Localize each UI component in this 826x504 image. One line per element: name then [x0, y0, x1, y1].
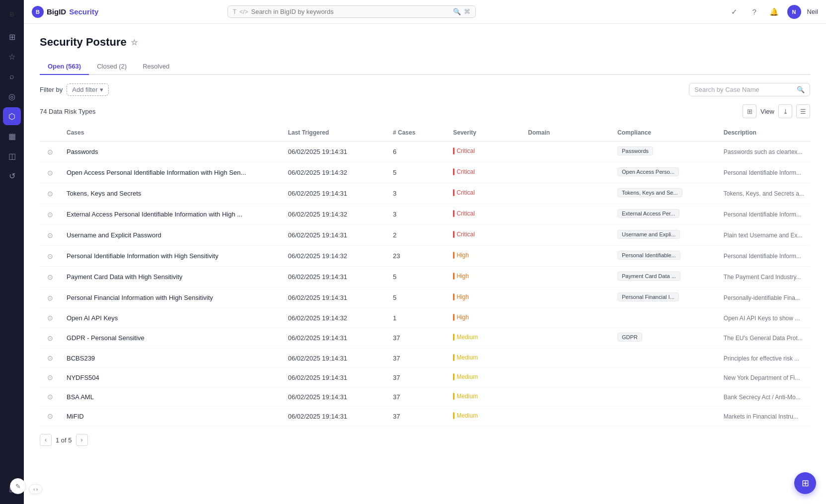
tab-resolved[interactable]: Resolved	[135, 59, 177, 75]
topbar-actions: ✓ ? 🔔 N Neil	[728, 5, 818, 19]
nav-database-icon[interactable]: ◫	[3, 147, 21, 165]
row-expand-icon[interactable]: ⊙	[40, 142, 61, 162]
global-search[interactable]: T </> 🔍 ⌘	[227, 5, 476, 18]
row-description: New York Department of Fi...	[718, 368, 810, 387]
prev-page-button[interactable]: ‹	[40, 434, 52, 446]
row-expand-icon[interactable]: ⊙	[40, 183, 61, 204]
nav-chart-icon[interactable]: ▦	[3, 127, 21, 145]
data-info-row: 74 Data Risk Types ⊞ View ⤓ ☰	[40, 104, 810, 118]
row-domain	[522, 387, 611, 407]
page-title: Security Posture	[40, 36, 127, 49]
table-row[interactable]: ⊙ GDPR - Personal Sensitive 06/02/2025 1…	[40, 328, 810, 349]
nav-grid-icon[interactable]: ⊞	[3, 28, 21, 46]
favorite-star-icon[interactable]: ☆	[131, 38, 138, 47]
row-cases-count: 5	[387, 267, 447, 288]
tab-open[interactable]: Open (563)	[40, 59, 89, 75]
app-logo[interactable]: B	[4, 6, 20, 22]
desc-text: The Payment Card Industry...	[724, 274, 801, 281]
nav-shield-icon[interactable]: ⬡	[3, 107, 21, 125]
row-cases-count: 37	[387, 387, 447, 407]
table-row[interactable]: ⊙ External Access Personal Identifiable …	[40, 204, 810, 225]
table-row[interactable]: ⊙ Payment Card Data with High Sensitivit…	[40, 267, 810, 288]
row-expand-icon[interactable]: ⊙	[40, 328, 61, 349]
severity-badge: Medium	[453, 373, 478, 380]
row-domain	[522, 267, 611, 288]
table-row[interactable]: ⊙ BCBS239 06/02/2025 19:14:31 37 Medium …	[40, 349, 810, 368]
search-case-container[interactable]: 🔍	[689, 83, 810, 96]
expand-row-icon: ⊙	[46, 412, 55, 421]
table-row[interactable]: ⊙ Open Access Personal Identifiable Info…	[40, 162, 810, 183]
tab-closed[interactable]: Closed (2)	[89, 59, 135, 75]
table-row[interactable]: ⊙ Personal Identifiable Information with…	[40, 246, 810, 267]
grid-view-button[interactable]: ⊞	[743, 104, 756, 118]
row-expand-icon[interactable]: ⊙	[40, 162, 61, 183]
row-cases-count: 1	[387, 308, 447, 328]
row-compliance: Personal Identifiable...	[611, 246, 718, 267]
row-last-triggered: 06/02/2025 19:14:32	[282, 204, 387, 225]
nav-compass-icon[interactable]: ◎	[3, 87, 21, 105]
row-case-name: Personal Financial Information with High…	[61, 288, 282, 308]
severity-badge: Critical	[453, 168, 475, 175]
row-last-triggered: 06/02/2025 19:14:31	[282, 183, 387, 204]
table-row[interactable]: ⊙ Username and Explicit Password 06/02/2…	[40, 225, 810, 246]
row-domain	[522, 288, 611, 308]
export-view-button[interactable]: ⤓	[778, 104, 792, 118]
product-name: Security	[69, 7, 98, 16]
row-expand-icon[interactable]: ⊙	[40, 349, 61, 368]
row-compliance	[611, 387, 718, 407]
edit-button[interactable]: ✎	[10, 478, 26, 494]
global-search-input[interactable]	[251, 8, 450, 15]
add-filter-button[interactable]: Add filter ▾	[67, 83, 108, 96]
row-domain	[522, 407, 611, 426]
list-view-button[interactable]: ☰	[796, 104, 810, 118]
row-compliance: Passwords	[611, 142, 718, 162]
severity-dot-icon	[453, 393, 454, 400]
table-row[interactable]: ⊙ BSA AML 06/02/2025 19:14:31 37 Medium …	[40, 387, 810, 407]
expand-right-icon: ›	[36, 486, 38, 492]
table-row[interactable]: ⊙ MiFID 06/02/2025 19:14:31 37 Medium Ma…	[40, 407, 810, 426]
severity-dot-icon	[453, 252, 454, 259]
row-expand-icon[interactable]: ⊙	[40, 225, 61, 246]
search-case-input[interactable]	[694, 86, 794, 93]
notification-icon[interactable]: 🔔	[767, 5, 781, 19]
row-cases-count: 37	[387, 349, 447, 368]
row-domain	[522, 204, 611, 225]
search-case-icon[interactable]: 🔍	[797, 86, 805, 93]
row-expand-icon[interactable]: ⊙	[40, 407, 61, 426]
table-row[interactable]: ⊙ Open AI API Keys 06/02/2025 19:14:32 1…	[40, 308, 810, 328]
row-severity: Critical	[447, 183, 522, 204]
row-case-name: GDPR - Personal Sensitive	[61, 328, 282, 349]
fab-button[interactable]: ⊞	[794, 472, 816, 494]
expand-toggle[interactable]: ‹ ›	[29, 484, 42, 494]
user-avatar[interactable]: N	[787, 5, 801, 19]
check-circle-icon[interactable]: ✓	[728, 5, 742, 19]
row-case-name: Payment Card Data with High Sensitivity	[61, 267, 282, 288]
next-page-button[interactable]: ›	[76, 434, 88, 446]
row-expand-icon[interactable]: ⊙	[40, 308, 61, 328]
nav-refresh-icon[interactable]: ↺	[3, 167, 21, 185]
row-expand-icon[interactable]: ⊙	[40, 387, 61, 407]
row-severity: Critical	[447, 225, 522, 246]
row-expand-icon[interactable]: ⊙	[40, 204, 61, 225]
row-expand-icon[interactable]: ⊙	[40, 246, 61, 267]
desc-text: New York Department of Fi...	[724, 374, 800, 381]
row-expand-icon[interactable]: ⊙	[40, 368, 61, 387]
row-description: Principles for effective risk ...	[718, 349, 810, 368]
table-header-row: Cases Last Triggered # Cases Severity Do…	[40, 124, 810, 142]
nav-star-icon[interactable]: ☆	[3, 48, 21, 66]
table-row[interactable]: ⊙ Tokens, Keys and Secrets 06/02/2025 19…	[40, 183, 810, 204]
row-expand-icon[interactable]: ⊙	[40, 267, 61, 288]
help-icon[interactable]: ?	[748, 5, 761, 19]
table-row[interactable]: ⊙ NYDFS504 06/02/2025 19:14:31 37 Medium…	[40, 368, 810, 387]
row-expand-icon[interactable]: ⊙	[40, 288, 61, 308]
nav-search-icon[interactable]: ⌕	[3, 68, 21, 85]
severity-dot-icon	[453, 147, 454, 154]
compliance-tag: Username and Expli...	[617, 230, 680, 239]
row-description: The EU's General Data Prot...	[718, 328, 810, 349]
severity-badge: High	[453, 293, 469, 300]
table-row[interactable]: ⊙ Personal Financial Information with Hi…	[40, 288, 810, 308]
row-severity: Medium	[447, 368, 522, 387]
row-description: Personal Identifiable Inform...	[718, 162, 810, 183]
pagination-text: 1 of 5	[56, 436, 72, 444]
table-row[interactable]: ⊙ Passwords 06/02/2025 19:14:31 6 Critic…	[40, 142, 810, 162]
